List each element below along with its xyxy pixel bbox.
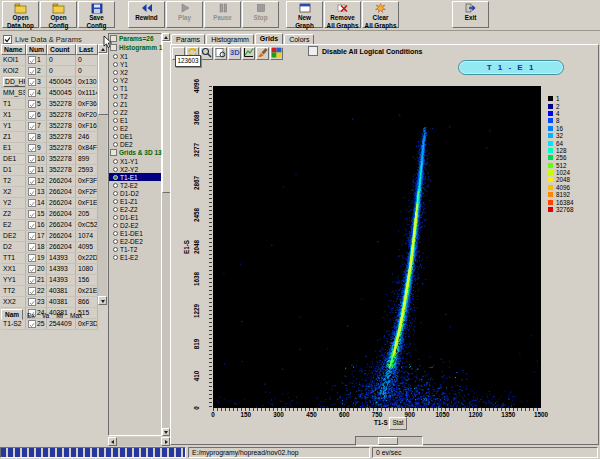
radio-icon[interactable] [113,86,118,91]
radio-icon[interactable] [113,110,118,115]
grid-item-t1[interactable]: T1 [109,84,161,92]
open-config-button[interactable]: OpenConfig [40,1,77,28]
scroll-down-icon[interactable] [98,296,107,305]
left-tab-ex[interactable]: Ex [24,311,38,320]
radio-icon[interactable] [113,142,118,147]
radio-icon[interactable] [113,223,118,228]
table-row[interactable]: X2132662040xF2FF [1,187,98,198]
group-header[interactable]: Histogramm 12 [109,43,161,52]
3d-icon[interactable]: 3D [228,47,241,60]
table-row[interactable]: DE110352278899 [1,154,98,165]
grid-item-x1[interactable]: X1 [109,52,161,60]
table-row[interactable]: T2122662040xF3F0 [1,176,98,187]
group-header[interactable]: Grids & 3D 13 [109,148,161,157]
grid-item-x2-y2[interactable]: X2-Y2 [109,165,161,173]
checkbox-checked-icon[interactable] [28,133,36,141]
zoom-in-icon[interactable] [200,47,213,60]
group-header[interactable]: Params=26 [109,34,161,43]
table-row[interactable]: E2162662040xC520 [1,220,98,231]
checkbox-checked-icon[interactable] [28,89,36,97]
left-tab-nam[interactable]: Nam [1,309,23,320]
radio-icon[interactable] [113,207,118,212]
chart-icon[interactable] [242,47,255,60]
checkbox-checked-icon[interactable] [28,276,36,284]
grid-item-e1-e2[interactable]: E1-E2 [109,253,161,261]
rewind-button[interactable]: Rewind [128,1,165,28]
scroll-left-icon[interactable] [108,437,117,446]
middle-panel-hscrollbar[interactable] [108,437,170,446]
checkbox-checked-icon[interactable] [28,67,36,75]
radio-icon[interactable] [113,126,118,131]
collapse-box-icon[interactable] [110,149,117,156]
radio-icon[interactable] [113,102,118,107]
radio-icon[interactable] [113,118,118,123]
table-row[interactable]: Z215266204205 [1,209,98,220]
grid-item-e1-de1[interactable]: E1-DE1 [109,229,161,237]
table-row[interactable]: TT222403810x21E0 [1,286,98,297]
checkbox-checked-icon[interactable] [28,100,36,108]
radio-icon[interactable] [113,199,118,204]
table-row[interactable]: KOI1100 [1,55,98,66]
middle-panel-vscrollbar[interactable] [162,33,170,436]
table-row[interactable]: D2182662044095 [1,242,98,253]
table-row[interactable]: DE2172662041074 [1,231,98,242]
checkbox-checked-icon[interactable] [28,320,36,328]
table-row[interactable]: KOI2200 [1,66,98,77]
table-row[interactable]: MM_SS44500450x1114 [1,88,98,99]
plot-canvas[interactable] [213,86,541,408]
left-tab-max[interactable]: Max [67,311,85,320]
radio-icon[interactable] [113,247,118,252]
scroll-right-icon[interactable] [161,437,170,446]
palette-icon[interactable] [270,47,283,60]
checkbox-checked-icon[interactable] [28,254,36,262]
left-tab-mi[interactable]: Mi [53,311,66,320]
new-graph-button[interactable]: NewGraph [286,1,323,28]
checkbox-checked-icon[interactable] [28,111,36,119]
zoom-region-icon[interactable] [214,47,227,60]
grid-item-de1[interactable]: DE1 [109,132,161,140]
checkbox-checked-icon[interactable] [28,199,36,207]
checkbox-checked-icon[interactable] [28,221,36,229]
grid-item-e1-z1[interactable]: E1-Z1 [109,197,161,205]
grid-item-t1-t2[interactable]: T1-T2 [109,245,161,253]
table-row[interactable]: T153522780xF36F [1,99,98,110]
table-row[interactable]: T1-S2252544090xF3D9 [1,319,98,330]
checkbox-checked-icon[interactable] [28,265,36,273]
radio-icon[interactable] [113,231,118,236]
checkbox-checked-icon[interactable] [28,232,36,240]
grid-item-d1-d2[interactable]: D1-D2 [109,189,161,197]
checkbox-checked-icon[interactable] [28,166,36,174]
table-row[interactable]: TT119143930x22D6 [1,253,98,264]
radio-icon[interactable] [113,134,118,139]
grid-item-t1-e1[interactable]: T1-E1 [109,173,161,181]
checkbox-checked-icon[interactable] [28,188,36,196]
grid-item-de2[interactable]: DE2 [109,140,161,148]
table-row[interactable]: DD_HH34500450x1301 [1,77,98,88]
table-row[interactable]: XX120143931080 [1,264,98,275]
grid-item-e2[interactable]: E2 [109,124,161,132]
paint-icon[interactable] [256,47,269,60]
grid-item-x2[interactable]: X2 [109,68,161,76]
radio-icon[interactable] [113,183,118,188]
save-config-button[interactable]: SaveConfig [78,1,115,28]
disable-conditions-checkbox[interactable]: Disable All Logical Conditions [308,46,422,56]
plot-hscrollbar[interactable] [355,436,423,446]
left-tab-va[interactable]: Va [39,311,52,320]
checkbox-checked-icon[interactable] [28,78,36,86]
grid-item-e1[interactable]: E1 [109,116,161,124]
grid-item-z1[interactable]: Z1 [109,100,161,108]
scroll-up-icon[interactable] [162,33,170,41]
remove-all-graphs-button[interactable]: RemoveAll Graphs [324,1,361,28]
checkbox-checked-icon[interactable] [28,56,36,64]
params-table-scrollbar[interactable] [98,44,107,305]
radio-icon[interactable] [113,78,118,83]
checkbox-checked-icon[interactable] [28,287,36,295]
radio-icon[interactable] [113,159,118,164]
clear-all-graphs-button[interactable]: ClearAll Graphs [362,1,399,28]
grid-item-t2[interactable]: T2 [109,92,161,100]
grid-item-e2-z2[interactable]: E2-Z2 [109,205,161,213]
grid-item-t2-e2[interactable]: T2-E2 [109,181,161,189]
scroll-down-icon[interactable] [162,428,170,436]
checkbox-checked-icon[interactable] [28,144,36,152]
checkbox-icon[interactable] [308,46,318,56]
